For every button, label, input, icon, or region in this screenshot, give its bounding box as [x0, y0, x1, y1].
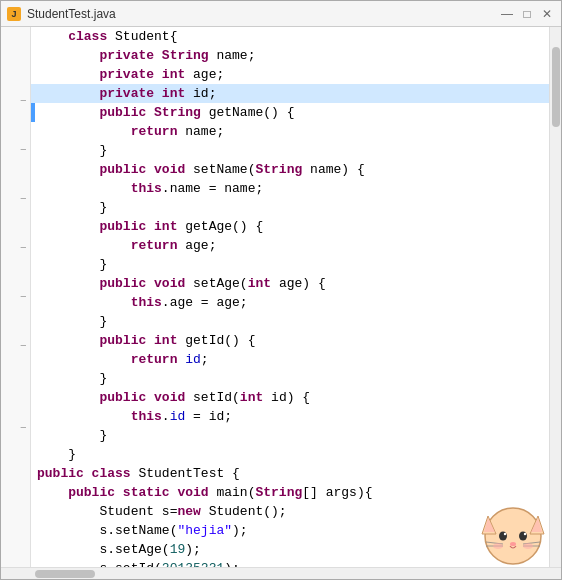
code-line: Student s=new Student();: [31, 502, 549, 521]
collapse-button[interactable]: −: [20, 95, 27, 107]
gutter-row: [1, 223, 31, 239]
keyword-token: this: [131, 407, 162, 426]
code-token: Student s=: [99, 502, 177, 521]
gutter-row: −: [1, 289, 31, 305]
code-token: name;: [216, 46, 255, 65]
keyword-token: int: [162, 84, 193, 103]
code-token: age;: [193, 65, 224, 84]
gutter-row: [1, 43, 31, 59]
keyword-token: static: [123, 483, 178, 502]
code-line: public int getId() {: [31, 331, 549, 350]
code-token: );: [185, 540, 201, 559]
code-line: this.name = name;: [31, 179, 549, 198]
keyword-token: return: [131, 350, 186, 369]
gutter-row: [1, 321, 31, 337]
code-line: this.id = id;: [31, 407, 549, 426]
code-token: );: [232, 521, 248, 540]
gutter-row: [1, 469, 31, 485]
code-line: }: [31, 141, 549, 160]
code-token: setAge(: [193, 274, 248, 293]
vertical-scrollbar[interactable]: [549, 27, 561, 567]
code-token: getAge() {: [185, 217, 263, 236]
gutter-row: −: [1, 338, 31, 354]
keyword-token: public: [68, 483, 123, 502]
code-token: s.setName(: [99, 521, 177, 540]
keyword-token: public: [99, 388, 154, 407]
file-tab-label[interactable]: StudentTest.java: [27, 7, 493, 21]
code-line: public class StudentTest {: [31, 464, 549, 483]
collapse-button[interactable]: −: [20, 291, 27, 303]
gutter-row: [1, 174, 31, 190]
code-token: name;: [185, 122, 224, 141]
code-token: }: [99, 141, 107, 160]
gutter-row: [1, 60, 31, 76]
gutter-row: [1, 551, 31, 567]
collapse-button[interactable]: −: [20, 193, 27, 205]
gutter-row: [1, 518, 31, 534]
keyword-token: void: [177, 483, 216, 502]
gutter-row: [1, 125, 31, 141]
close-button[interactable]: ✕: [539, 6, 555, 22]
code-line: }: [31, 312, 549, 331]
number-token: 19: [170, 540, 186, 559]
code-line: private String name;: [31, 46, 549, 65]
collapse-button[interactable]: −: [20, 422, 27, 434]
gutter-row: [1, 534, 31, 550]
selection-highlight-bar: [31, 103, 35, 122]
code-token: id) {: [271, 388, 310, 407]
code-token: .name = name;: [162, 179, 263, 198]
gutter-row: [1, 452, 31, 468]
code-line: public int getAge() {: [31, 217, 549, 236]
code-token: id;: [193, 84, 216, 103]
keyword-token: class: [68, 27, 115, 46]
code-token: s.setId(: [99, 559, 161, 567]
keyword-token: int: [154, 331, 185, 350]
code-token: age;: [185, 236, 216, 255]
code-token: ;: [201, 350, 209, 369]
bottom-bar: [1, 567, 561, 579]
keyword-token: private: [99, 65, 161, 84]
collapse-button[interactable]: −: [20, 144, 27, 156]
code-line: }: [31, 198, 549, 217]
minimize-button[interactable]: —: [499, 6, 515, 22]
gutter-row: [1, 256, 31, 272]
title-bar: J StudentTest.java — □ ✕: [1, 1, 561, 27]
code-token: Student{: [115, 27, 177, 46]
field-token: id: [170, 407, 186, 426]
keyword-token: new: [177, 502, 208, 521]
keyword-token: public: [99, 217, 154, 236]
code-line: return name;: [31, 122, 549, 141]
code-line: }: [31, 369, 549, 388]
main-window: J StudentTest.java — □ ✕ −−−−−−− class S…: [0, 0, 562, 580]
code-area[interactable]: class Student{ private String name; priv…: [31, 27, 549, 567]
keyword-token: void: [154, 160, 193, 179]
scroll-thumb-vertical[interactable]: [552, 47, 560, 127]
code-token: );: [224, 559, 240, 567]
code-line: }: [31, 445, 549, 464]
code-line: s.setAge(19);: [31, 540, 549, 559]
code-token: }: [99, 312, 107, 331]
scroll-thumb-horizontal[interactable]: [35, 570, 95, 578]
collapse-button[interactable]: −: [20, 242, 27, 254]
gutter-row: [1, 436, 31, 452]
code-token: }: [99, 369, 107, 388]
code-token: s.setAge(: [99, 540, 169, 559]
gutter-row: −: [1, 191, 31, 207]
keyword-token: public: [99, 331, 154, 350]
horizontal-scrollbar[interactable]: [1, 567, 561, 579]
collapse-button[interactable]: −: [20, 340, 27, 352]
code-token: StudentTest {: [138, 464, 239, 483]
maximize-button[interactable]: □: [519, 6, 535, 22]
keyword-token: int: [154, 217, 185, 236]
keyword-token: return: [131, 236, 186, 255]
gutter-row: [1, 403, 31, 419]
code-line: }: [31, 426, 549, 445]
keyword-token: private: [99, 46, 161, 65]
gutter-row: [1, 272, 31, 288]
number-token: 20135231: [162, 559, 224, 567]
code-token: }: [99, 426, 107, 445]
code-line: s.setName("hejia");: [31, 521, 549, 540]
gutter-row: [1, 354, 31, 370]
editor-area: −−−−−−− class Student{ private String na…: [1, 27, 561, 567]
code-line: public static void main(String[] args){: [31, 483, 549, 502]
